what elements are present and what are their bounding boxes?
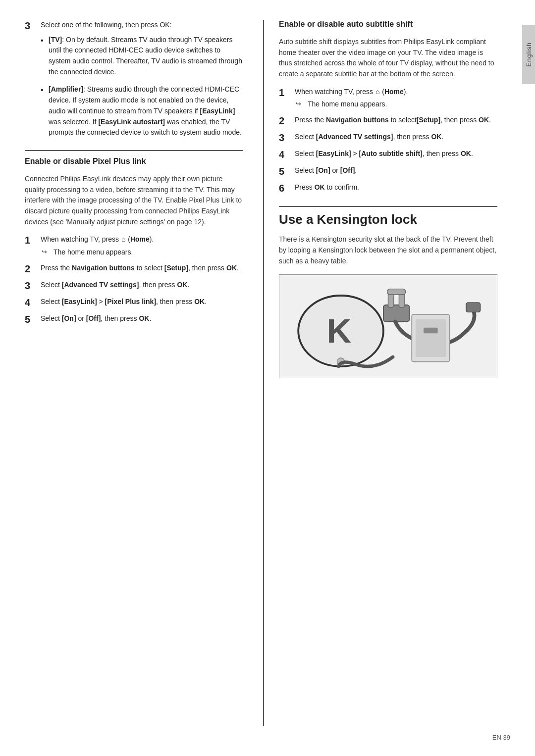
bullet-list: • [TV]: On by default. Streams TV audio … <box>41 35 243 138</box>
bullet-item-tv: • [TV]: On by default. Streams TV audio … <box>41 35 243 78</box>
as-step1-number: 1 <box>279 87 290 99</box>
as-step3: 3 Select [Advanced TV settings], then pr… <box>279 132 497 144</box>
bullet-tv-term: [TV] <box>49 36 62 44</box>
as-step1: 1 When watching TV, press ⌂ (Home). ↪ Th… <box>279 87 497 110</box>
ppl-step1-sub-text: The home menu appears. <box>54 247 133 258</box>
ppl-step2: 2 Press the Navigation buttons to select… <box>25 263 243 275</box>
as-step2-content: Press the Navigation buttons to select[S… <box>295 115 497 126</box>
svg-rect-8 <box>466 302 481 312</box>
content-area: 3 Select one of the following, then pres… <box>0 0 522 756</box>
as-step4: 4 Select [EasyLink] > [Auto subtitle shi… <box>279 149 497 160</box>
ppl-step2-content: Press the Navigation buttons to select [… <box>41 263 243 274</box>
ppl-step3: 3 Select [Advanced TV settings], then pr… <box>25 280 243 292</box>
as-step5-content: Select [On] or [Off]. <box>295 165 497 176</box>
page-container: English 3 Select one of the following, t… <box>0 0 535 756</box>
ppl-step5-text: Select [On] or [Off], then press OK. <box>41 314 151 322</box>
ppl-step5-number: 5 <box>25 313 36 325</box>
pixel-plus-steps: 1 When watching TV, press ⌂ (Home). ↪ Th… <box>25 234 243 325</box>
right-column: Enable or disable auto subtitle shift Au… <box>263 20 497 726</box>
page-number: EN 39 <box>492 734 510 741</box>
auto-subtitle-steps: 1 When watching TV, press ⌂ (Home). ↪ Th… <box>279 87 497 194</box>
ppl-step3-number: 3 <box>25 280 36 292</box>
as-step4-number: 4 <box>279 149 290 160</box>
bullet-amplifier-text: [Amplifier]: Streams audio through the c… <box>49 84 243 138</box>
bullet-amplifier-term: [Amplifier] <box>49 85 83 93</box>
as-step1-sub: ↪ The home menu appears. <box>296 99 497 110</box>
as-step3-text: Select [Advanced TV settings], then pres… <box>295 133 443 141</box>
ppl-step3-content: Select [Advanced TV settings], then pres… <box>41 280 243 291</box>
as-step1-sub-text: The home menu appears. <box>308 99 387 110</box>
ppl-step1-number: 1 <box>25 234 36 246</box>
pixel-plus-heading: Enable or disable Pixel Plus link <box>25 157 243 168</box>
as-step6-content: Press OK to confirm. <box>295 182 497 193</box>
kensington-illustration: K <box>279 275 497 378</box>
ppl-step1-text: When watching TV, press ⌂ (Home). <box>41 235 154 243</box>
auto-subtitle-heading: Enable or disable auto subtitle shift <box>279 20 497 31</box>
kensington-heading: Use a Kensington lock <box>279 212 497 227</box>
as-step1-content: When watching TV, press ⌂ (Home). ↪ The … <box>295 87 497 110</box>
kensington-image: K <box>279 274 497 378</box>
ppl-step2-number: 2 <box>25 263 36 275</box>
arrow-icon-as1: ↪ <box>296 99 303 109</box>
bullet-tv-text: [TV]: On by default. Streams TV audio th… <box>49 35 243 78</box>
bullet-dot-tv: • <box>41 37 45 45</box>
svg-rect-11 <box>424 328 438 333</box>
kensington-para: There is a Kensington security slot at t… <box>279 234 497 266</box>
ppl-step4-text: Select [EasyLink] > [Pixel Plus link], t… <box>41 298 207 305</box>
arrow-icon-ppl1: ↪ <box>42 247 49 257</box>
svg-rect-4 <box>383 305 409 321</box>
as-step6: 6 Press OK to confirm. <box>279 182 497 194</box>
home-icon-ppl1: ⌂ <box>121 234 125 245</box>
as-step2-text: Press the Navigation buttons to select[S… <box>295 116 491 124</box>
ppl-step5: 5 Select [On] or [Off], then press OK. <box>25 313 243 325</box>
bullet-tv-desc: : On by default. Streams TV audio throug… <box>49 36 242 76</box>
step3-intro-text: Select one of the following, then press … <box>41 21 172 29</box>
as-step6-text: Press OK to confirm. <box>295 183 359 191</box>
as-step6-number: 6 <box>279 182 290 194</box>
page-footer: EN 39 <box>492 734 510 741</box>
as-step2-number: 2 <box>279 115 290 127</box>
step3-number: 3 <box>25 20 36 32</box>
pixel-plus-divider <box>25 150 243 151</box>
side-tab-label: English <box>525 42 533 67</box>
ppl-step3-text: Select [Advanced TV settings], then pres… <box>41 281 189 289</box>
kensington-divider <box>279 206 497 207</box>
as-step5-text: Select [On] or [Off]. <box>295 166 357 174</box>
ppl-step5-content: Select [On] or [Off], then press OK. <box>41 313 243 324</box>
bullet-item-amplifier: • [Amplifier]: Streams audio through the… <box>41 84 243 138</box>
as-step4-content: Select [EasyLink] > [Auto subtitle shift… <box>295 149 497 159</box>
ppl-step4-content: Select [EasyLink] > [Pixel Plus link], t… <box>41 297 243 307</box>
as-step5: 5 Select [On] or [Off]. <box>279 165 497 177</box>
left-column: 3 Select one of the following, then pres… <box>25 20 243 726</box>
ppl-step4: 4 Select [EasyLink] > [Pixel Plus link],… <box>25 297 243 308</box>
ppl-step1: 1 When watching TV, press ⌂ (Home). ↪ Th… <box>25 234 243 257</box>
side-tab: English <box>522 25 535 84</box>
as-step2: 2 Press the Navigation buttons to select… <box>279 115 497 127</box>
auto-subtitle-para: Auto subtitle shift displays subtitles f… <box>279 37 497 80</box>
as-step5-number: 5 <box>279 165 290 177</box>
bullet-dot-amplifier: • <box>41 86 45 94</box>
as-step3-number: 3 <box>279 132 290 144</box>
svg-rect-7 <box>387 289 406 295</box>
step3-content: Select one of the following, then press … <box>41 20 243 145</box>
ppl-step4-number: 4 <box>25 297 36 308</box>
ppl-step1-content: When watching TV, press ⌂ (Home). ↪ The … <box>41 234 243 257</box>
home-icon-as1: ⌂ <box>375 87 379 98</box>
as-step3-content: Select [Advanced TV settings], then pres… <box>295 132 497 143</box>
pixel-plus-para: Connected Philips EasyLink devices may a… <box>25 174 243 227</box>
as-step1-text: When watching TV, press ⌂ (Home). <box>295 88 408 96</box>
svg-text:K: K <box>326 312 351 351</box>
ppl-step1-sub: ↪ The home menu appears. <box>42 247 243 258</box>
ppl-step2-text: Press the Navigation buttons to select [… <box>41 264 239 272</box>
as-step4-text: Select [EasyLink] > [Auto subtitle shift… <box>295 150 473 157</box>
svg-rect-10 <box>416 319 446 357</box>
step3-item: 3 Select one of the following, then pres… <box>25 20 243 145</box>
